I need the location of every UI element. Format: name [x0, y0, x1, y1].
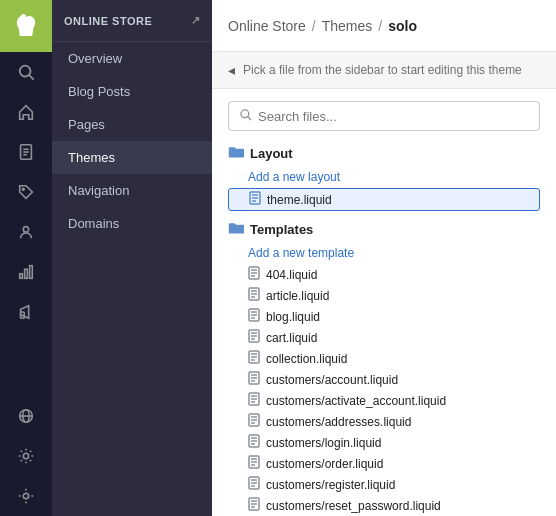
file-icon — [248, 308, 260, 325]
template-files-container: 404.liquid article.liquid blog.liquid ca… — [228, 264, 540, 516]
layout-folder-icon — [228, 145, 244, 162]
globe-nav-icon[interactable] — [0, 396, 52, 436]
nav-header: Online Store ↗ — [52, 0, 212, 42]
analytics-nav-icon[interactable] — [0, 252, 52, 292]
content-area: ◂ Pick a file from the sidebar to start … — [212, 52, 556, 516]
home-nav-icon[interactable] — [0, 92, 52, 132]
templates-section: Templates Add a new template 404.liquid … — [228, 221, 540, 516]
icon-sidebar — [0, 0, 52, 516]
template-file-item[interactable]: customers/login.liquid — [228, 432, 540, 453]
add-layout-link[interactable]: Add a new layout — [228, 168, 540, 188]
file-name: 404.liquid — [266, 268, 317, 282]
template-file-item[interactable]: cart.liquid — [228, 327, 540, 348]
search-input[interactable] — [258, 109, 529, 124]
nav-item-domains[interactable]: Domains — [52, 207, 212, 240]
template-file-item[interactable]: 404.liquid — [228, 264, 540, 285]
top-bar: Online Store / Themes / solo — [212, 0, 556, 52]
main-content: Online Store / Themes / solo ◂ Pick a fi… — [212, 0, 556, 516]
breadcrumb-sep-1: / — [312, 18, 316, 34]
templates-label: Templates — [250, 222, 313, 237]
svg-point-16 — [23, 493, 28, 498]
file-name: cart.liquid — [266, 331, 317, 345]
shopify-logo[interactable] — [0, 0, 52, 52]
file-icon — [248, 497, 260, 514]
breadcrumb-sep-2: / — [378, 18, 382, 34]
template-file-item[interactable]: article.liquid — [228, 285, 540, 306]
svg-rect-10 — [30, 266, 33, 279]
svg-rect-9 — [25, 269, 28, 278]
hint-arrow-icon: ◂ — [228, 62, 235, 78]
search-nav-icon[interactable] — [0, 52, 52, 92]
file-icon — [249, 191, 261, 208]
template-file-item[interactable]: customers/activate_account.liquid — [228, 390, 540, 411]
templates-header: Templates — [228, 221, 540, 238]
file-name: customers/register.liquid — [266, 478, 395, 492]
file-name: customers/order.liquid — [266, 457, 383, 471]
nav-sidebar: Online Store ↗ Overview Blog Posts Pages… — [52, 0, 212, 516]
theme-liquid-file[interactable]: theme.liquid — [228, 188, 540, 211]
file-name: article.liquid — [266, 289, 329, 303]
svg-line-1 — [29, 75, 33, 79]
search-box — [228, 101, 540, 131]
file-name: customers/account.liquid — [266, 373, 398, 387]
nav-item-blog-posts[interactable]: Blog Posts — [52, 75, 212, 108]
file-name: blog.liquid — [266, 310, 320, 324]
file-icon — [248, 287, 260, 304]
nav-item-overview[interactable]: Overview — [52, 42, 212, 75]
template-file-item[interactable]: customers/order.liquid — [228, 453, 540, 474]
file-name: customers/addresses.liquid — [266, 415, 411, 429]
file-icon — [248, 329, 260, 346]
svg-point-15 — [23, 453, 28, 458]
breadcrumb-online-store[interactable]: Online Store — [228, 18, 306, 34]
template-file-item[interactable]: customers/addresses.liquid — [228, 411, 540, 432]
tag-nav-icon[interactable] — [0, 172, 52, 212]
file-icon — [248, 266, 260, 283]
template-file-item[interactable]: blog.liquid — [228, 306, 540, 327]
marketing-nav-icon[interactable] — [0, 292, 52, 332]
file-icon — [248, 413, 260, 430]
nav-item-pages[interactable]: Pages — [52, 108, 212, 141]
file-icon — [248, 455, 260, 472]
file-icon — [248, 371, 260, 388]
external-link-icon[interactable]: ↗ — [191, 14, 201, 27]
file-icon — [248, 476, 260, 493]
admin-settings-icon[interactable] — [0, 476, 52, 516]
svg-line-18 — [248, 117, 251, 120]
template-file-item[interactable]: customers/account.liquid — [228, 369, 540, 390]
nav-item-themes[interactable]: Themes — [52, 141, 212, 174]
file-name: collection.liquid — [266, 352, 347, 366]
theme-liquid-name: theme.liquid — [267, 193, 332, 207]
file-name: customers/reset_password.liquid — [266, 499, 441, 513]
file-panel: Layout Add a new layout theme.liquid Tem… — [212, 89, 556, 516]
customers-nav-icon[interactable] — [0, 212, 52, 252]
file-icon — [248, 434, 260, 451]
file-name: customers/login.liquid — [266, 436, 381, 450]
template-file-item[interactable]: collection.liquid — [228, 348, 540, 369]
add-template-link[interactable]: Add a new template — [228, 244, 540, 264]
layout-label: Layout — [250, 146, 293, 161]
settings-nav-icon[interactable] — [0, 436, 52, 476]
svg-rect-8 — [20, 274, 23, 279]
layout-header: Layout — [228, 145, 540, 162]
hint-text: Pick a file from the sidebar to start ed… — [243, 63, 522, 77]
search-icon — [239, 108, 252, 124]
templates-folder-icon — [228, 221, 244, 238]
file-icon — [248, 392, 260, 409]
nav-item-navigation[interactable]: Navigation — [52, 174, 212, 207]
template-file-item[interactable]: customers/reset_password.liquid — [228, 495, 540, 516]
breadcrumb: Online Store / Themes / solo — [228, 18, 417, 34]
file-icon — [248, 350, 260, 367]
breadcrumb-themes[interactable]: Themes — [322, 18, 373, 34]
file-name: customers/activate_account.liquid — [266, 394, 446, 408]
svg-point-6 — [22, 188, 24, 190]
template-file-item[interactable]: customers/register.liquid — [228, 474, 540, 495]
hint-bar: ◂ Pick a file from the sidebar to start … — [212, 52, 556, 89]
layout-section: Layout Add a new layout theme.liquid — [228, 145, 540, 211]
breadcrumb-current: solo — [388, 18, 417, 34]
svg-point-7 — [23, 227, 28, 232]
orders-nav-icon[interactable] — [0, 132, 52, 172]
online-store-label: Online Store — [64, 15, 191, 27]
